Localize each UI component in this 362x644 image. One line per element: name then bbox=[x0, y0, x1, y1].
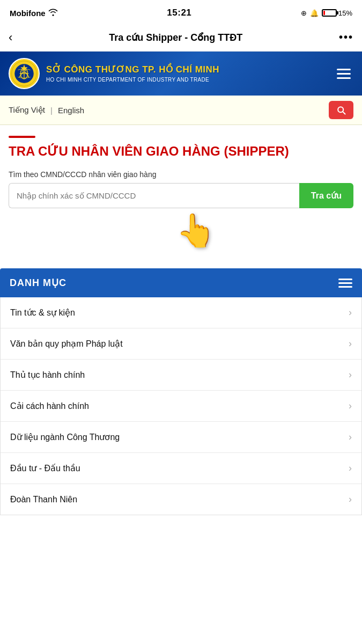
danh-muc-section: DANH MỤC Tin tức & sự kiện › Văn bản quy… bbox=[0, 268, 362, 515]
chevron-right-icon: › bbox=[349, 463, 352, 474]
status-left: Mobifone bbox=[10, 9, 58, 18]
menu-item-label: Văn bản quy phạm Pháp luật bbox=[10, 339, 123, 349]
hamburger-line-2 bbox=[337, 73, 351, 75]
menu-item[interactable]: Thủ tục hành chính › bbox=[1, 360, 361, 391]
menu-line-3 bbox=[338, 286, 352, 288]
battery-icon bbox=[322, 9, 337, 17]
nav-bar: ‹ Tra cứu Shipper - Cổng TTĐT ••• bbox=[0, 24, 362, 52]
hamburger-line-1 bbox=[337, 69, 351, 70]
tra-cuu-button[interactable]: Tra cứu bbox=[299, 183, 353, 208]
chevron-right-icon: › bbox=[349, 369, 352, 380]
battery-container: 15% bbox=[322, 9, 352, 17]
page-title: TRA CỨU NHÂN VIÊN GIAO HÀNG (SHIPPER) bbox=[9, 143, 353, 159]
menu-item-label: Tin tức & sự kiện bbox=[10, 308, 75, 318]
menu-item-label: Thủ tục hành chính bbox=[10, 370, 85, 380]
org-logo bbox=[9, 58, 40, 89]
menu-line-2 bbox=[338, 282, 352, 284]
menu-item[interactable]: Đoàn Thanh Niên › bbox=[1, 484, 361, 515]
carrier-label: Mobifone bbox=[10, 9, 46, 18]
org-name-en: HO CHI MINH CITY DEPARTMENT OF INDUSTRY … bbox=[46, 77, 219, 83]
cmnd-search-input[interactable] bbox=[9, 183, 299, 208]
search-icon bbox=[336, 105, 346, 115]
lang-divider: | bbox=[50, 106, 53, 115]
main-content: TRA CỨU NHÂN VIÊN GIAO HÀNG (SHIPPER) Tì… bbox=[0, 125, 362, 268]
menu-line-1 bbox=[338, 279, 352, 280]
chevron-right-icon: › bbox=[349, 494, 352, 505]
language-bar: Tiếng Việt | English bbox=[0, 96, 362, 125]
language-links: Tiếng Việt | English bbox=[9, 105, 84, 115]
menu-item[interactable]: Đầu tư - Đấu thầu › bbox=[1, 453, 361, 484]
org-name-viet: SỞ CÔNG THƯƠNG TP. HỒ CHÍ MINH bbox=[46, 64, 219, 75]
menu-item-label: Đoàn Thanh Niên bbox=[10, 495, 77, 504]
chevron-right-icon: › bbox=[349, 400, 352, 412]
search-icon-button[interactable] bbox=[329, 101, 353, 119]
cursor-overlay: 👆 bbox=[9, 217, 353, 260]
menu-item[interactable]: Dữ liệu ngành Công Thương › bbox=[1, 422, 361, 453]
menu-item[interactable]: Tin tức & sự kiện › bbox=[1, 297, 361, 328]
header-text: SỞ CÔNG THƯƠNG TP. HỒ CHÍ MINH HO CHI MI… bbox=[46, 64, 219, 82]
menu-item-label: Đầu tư - Đấu thầu bbox=[10, 463, 80, 473]
chevron-right-icon: › bbox=[349, 431, 352, 443]
menu-item-label: Cải cách hành chính bbox=[10, 401, 89, 411]
header-banner: SỞ CÔNG THƯƠNG TP. HỒ CHÍ MINH HO CHI MI… bbox=[0, 52, 362, 96]
hand-cursor-icon: 👆 bbox=[176, 211, 216, 250]
alarm-icon: 🔔 bbox=[310, 9, 319, 17]
header-logo-area: SỞ CÔNG THƯƠNG TP. HỒ CHÍ MINH HO CHI MI… bbox=[9, 58, 334, 89]
search-label: Tìm theo CMND/CCCD nhân viên giao hàng bbox=[9, 170, 353, 179]
danh-muc-menu-icon[interactable] bbox=[338, 279, 352, 288]
wifi-icon bbox=[48, 9, 58, 18]
status-time: 15:21 bbox=[167, 8, 191, 18]
search-row: Tra cứu bbox=[9, 183, 353, 208]
battery-percent: 15% bbox=[338, 9, 352, 17]
menu-item-label: Dữ liệu ngành Công Thương bbox=[10, 432, 120, 442]
hamburger-button[interactable] bbox=[334, 64, 353, 83]
menu-item[interactable]: Cải cách hành chính › bbox=[1, 391, 361, 422]
more-button[interactable]: ••• bbox=[335, 29, 353, 46]
status-bar: Mobifone 15:21 ⊕ 🔔 15% bbox=[0, 0, 362, 24]
chevron-right-icon: › bbox=[349, 338, 352, 349]
danh-muc-title: DANH MỤC bbox=[10, 277, 67, 289]
hamburger-line-3 bbox=[337, 77, 351, 79]
back-button[interactable]: ‹ bbox=[9, 28, 17, 47]
nav-title: Tra cứu Shipper - Cổng TTĐT bbox=[17, 32, 335, 43]
danh-muc-header: DANH MỤC bbox=[0, 268, 362, 297]
chevron-right-icon: › bbox=[349, 307, 352, 318]
menu-item[interactable]: Văn bản quy phạm Pháp luật › bbox=[1, 328, 361, 360]
menu-list: Tin tức & sự kiện › Văn bản quy phạm Phá… bbox=[0, 297, 362, 515]
lang-viet-button[interactable]: Tiếng Việt bbox=[9, 105, 45, 115]
lang-english-button[interactable]: English bbox=[58, 106, 84, 115]
location-icon: ⊕ bbox=[301, 9, 307, 17]
status-right: ⊕ 🔔 15% bbox=[301, 9, 352, 17]
red-divider bbox=[9, 136, 35, 138]
